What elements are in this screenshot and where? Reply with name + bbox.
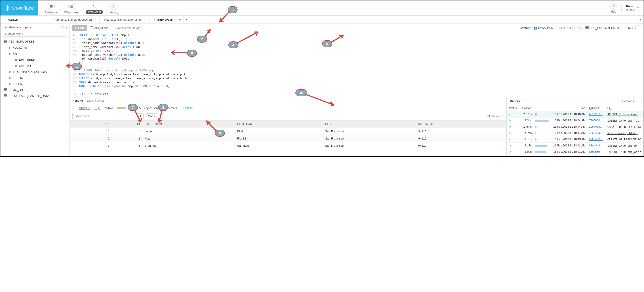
object-tree: ABC_EMPLOYEES HOLIDAYS HR EMP_ADDR EMP_P…: [0, 39, 70, 156]
expand-icon[interactable]: ⤢: [501, 114, 504, 118]
history-row[interactable]: ✔145ms16.Feb.2018 11:18:44 AM29576a6…CRE…: [507, 124, 644, 130]
history-icon: ↻: [110, 3, 118, 10]
history-count: 18: [522, 99, 525, 103]
nav-databases[interactable]: ☰ Databases: [45, 3, 58, 16]
nav-items: ☰ Databases ▦ Warehouses ›_ Worksheet ↻ …: [45, 1, 610, 16]
context-warehouse[interactable]: ⠿○DATALOAD (XS): [556, 26, 583, 30]
warehouse-icon: ▦: [68, 3, 75, 10]
history-panel: History 18 Columns ▾ ✕ Status Duration S…: [507, 97, 644, 156]
table-emp-addr[interactable]: EMP_ADDR: [0, 57, 70, 63]
close-icon[interactable]: ✕: [638, 99, 641, 103]
tab-menu[interactable]: ▾: [640, 18, 641, 21]
history-row[interactable]: ✔261ms16.Feb.2018 11:18:46 AMb81c207…SEL…: [507, 111, 644, 117]
bytes-scanned: 1.5KB bytes scanned: [137, 106, 164, 110]
tab-results[interactable]: Results: [72, 99, 83, 102]
schema-icon: [8, 70, 11, 73]
copy-button[interactable]: Copy: [146, 113, 157, 119]
history-row[interactable]: ✔41ms16.Feb.2018 11:18:44 AM45a046a…use …: [507, 130, 644, 136]
schema-icon: [8, 82, 11, 86]
context-bar: Context: 👥SYSADMIN ⠿○DATALOAD (XS) ABC_E…: [520, 26, 641, 30]
sql-editor[interactable]: 424344454647 51525354555657 CREATE OR RE…: [70, 32, 644, 97]
tab-data-preview[interactable]: Data Preview: [87, 99, 104, 102]
history-row[interactable]: ✔1.17s16.Feb.2018 11:18:42 AM834a4a8…INS…: [507, 142, 644, 149]
tab-scratch[interactable]: scratch: [5, 16, 50, 24]
results-table: Row ID FIRST_NAME LAST_NAME CITY POSTAL_…: [70, 120, 506, 149]
db-snowflake-sample[interactable]: SNOWFLAKE_SAMPLE_DATA: [0, 93, 70, 99]
history-title: History: [510, 99, 520, 103]
nav-history[interactable]: ↻ History: [110, 3, 118, 16]
editor-toolbar: Run All Queries | Saved a minute ago Con…: [70, 24, 644, 32]
sql-link[interactable]: SQL: [94, 106, 100, 110]
object-search-input[interactable]: [3, 31, 67, 37]
schema-information[interactable]: INFORMATION_SCHEMA: [0, 69, 70, 75]
topbar: snowflake ☰ Databases ▦ Warehouses ›_ Wo…: [0, 1, 644, 16]
query-id-link[interactable]: Query ID: [79, 106, 90, 110]
tab-employees[interactable]: ✔Employees: [150, 16, 177, 24]
row-count: 5 rows: [168, 106, 177, 110]
help-icon: ?: [610, 3, 617, 10]
user-role: PUBLIC: [626, 8, 635, 11]
find-label: Find database objects: [3, 26, 31, 29]
collapse-icon[interactable]: «: [66, 26, 67, 29]
tab-nav-left[interactable]: ‹: [2, 18, 3, 21]
history-row[interactable]: ✔1.08s16.Feb.2018 11:18:41 AMa69cb50…INS…: [507, 149, 644, 155]
schema-icon: [8, 76, 11, 79]
context-role[interactable]: 👥SYSADMIN: [534, 26, 553, 30]
db-abc-employees[interactable]: ABC_EMPLOYEES: [0, 39, 70, 45]
worksheet-content: Run All Queries | Saved a minute ago Con…: [70, 24, 644, 156]
worksheet-tabbar: ‹ scratch Tutorial 1: Sample queries on …: [0, 16, 644, 24]
schema-icon: [8, 52, 11, 55]
database-icon: [4, 40, 7, 43]
table-icon: [15, 64, 17, 67]
table-row[interactable]: 22MayFranklinSan Francisco94115: [70, 135, 506, 142]
db-demo[interactable]: DEMO_DB: [0, 87, 70, 93]
run-button[interactable]: Run: [72, 25, 87, 31]
tab-tutorial-1[interactable]: Tutorial 1: Sample queries on …: [50, 16, 100, 24]
schema-hr[interactable]: HR: [0, 51, 70, 57]
tab-more-button[interactable]: ▾: [184, 16, 189, 24]
schema-icon: ✱: [617, 26, 620, 30]
download-button[interactable]: ⬇: [137, 113, 144, 119]
user-menu[interactable]: Peter PUBLIC ▼: [622, 5, 639, 11]
nav-warehouses[interactable]: ▦ Warehouses: [64, 3, 79, 16]
database-icon: [4, 94, 7, 98]
context-database[interactable]: ABC_EMPLOYEES: [586, 26, 615, 30]
schema-holidays[interactable]: HOLIDAYS: [0, 45, 70, 51]
history-row[interactable]: ✔141ms16.Feb.2018 11:18:43 AM97fc5781…CR…: [507, 136, 644, 142]
columns-button[interactable]: Columns ▾: [486, 114, 499, 118]
history-columns-button[interactable]: Columns ▾: [622, 99, 636, 103]
check-icon: ✔: [154, 18, 156, 21]
chevron-down-icon: ▼: [637, 7, 639, 9]
refresh-icon[interactable]: ⟳: [62, 26, 64, 29]
warehouse-icon: ⠿: [556, 26, 558, 30]
editor-more-button[interactable]: ⋯: [635, 26, 641, 30]
table-row[interactable]: 33BreannaCamachoSan Francisco94110: [70, 142, 506, 149]
worksheet-icon: ›_: [91, 2, 98, 9]
latest-badge[interactable]: LATEST: [181, 106, 196, 110]
nav-worksheet[interactable]: ›_ Worksheet: [86, 2, 103, 16]
query-duration: 261ms: [104, 106, 113, 110]
all-queries-checkbox[interactable]: All Queries: [90, 26, 108, 30]
check-icon: ✔: [72, 106, 75, 110]
tab-add-button[interactable]: +: [177, 16, 184, 24]
snowflake-icon: [4, 5, 11, 11]
duration-bar: [117, 107, 133, 109]
tab-tutorial-2[interactable]: Tutorial 2: Sample queries on …: [100, 16, 150, 24]
help-button[interactable]: ? Help: [610, 3, 617, 13]
role-icon: 👥: [534, 26, 537, 30]
schema-public[interactable]: PUBLIC: [0, 75, 70, 81]
database-icon: ☰: [48, 3, 55, 10]
schema-icon: [8, 46, 11, 49]
tab-nav-right[interactable]: ›: [634, 18, 635, 21]
filter-result-input[interactable]: [72, 113, 135, 119]
schema-sales[interactable]: SALES: [0, 81, 70, 87]
history-row[interactable]: ✔1.34s16.Feb.2018 11:18:44 AM7900b58…INS…: [507, 117, 644, 124]
table-row[interactable]: 11LucasKiddSan Francisco94110: [70, 128, 506, 135]
object-browser: Find database objects ⟳ « ABC_EMPLOYEES …: [0, 24, 70, 156]
table-emp-ph[interactable]: EMP_PH: [0, 63, 70, 69]
header-right: ? Help Peter PUBLIC ▼: [610, 3, 644, 13]
results-panel: Results Data Preview ✔ Query ID SQL 261m…: [70, 97, 507, 156]
context-schema[interactable]: ✱PUBLIC ▾: [617, 26, 633, 30]
table-icon: [15, 58, 17, 61]
user-name: Peter: [626, 5, 635, 8]
